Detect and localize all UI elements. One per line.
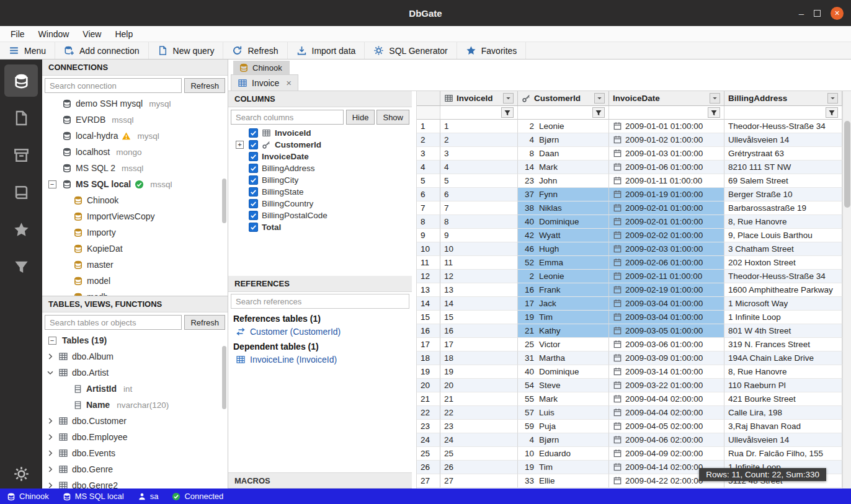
invoice-date-cell[interactable]: 2009-01-03 01:00:00 [609,147,724,161]
statusbar-connection[interactable]: MS SQL local [56,489,131,504]
customer-id-cell[interactable]: 2Leonie [518,270,609,283]
invoice-id-cell[interactable]: 1 [440,120,518,133]
invoice-id-cell[interactable]: 8 [440,215,518,229]
customer-id-cell[interactable]: 54Steve [518,379,609,392]
billing-address-cell[interactable]: 194A Chain Lake Drive [724,351,842,365]
tab-group-chinook[interactable]: Chinook [233,61,290,74]
invoice-id-cell[interactable]: 11 [440,256,518,270]
minimize-icon[interactable]: – [799,8,804,19]
chevron-right-icon[interactable] [46,449,55,458]
reference-link[interactable]: InvoiceLine (InvoiceId) [228,353,412,366]
customer-id-cell[interactable]: 52Emma [518,256,609,270]
column-toggle-item[interactable]: InvoiceId [228,127,412,139]
toolbar-refresh[interactable]: Refresh [223,42,287,59]
checkbox-checked[interactable] [249,164,258,173]
invoice-id-cell[interactable]: 7 [440,201,518,215]
customer-id-cell[interactable]: 17Jack [518,297,609,311]
invoice-id-cell[interactable]: 23 [440,420,518,433]
invoice-date-cell[interactable]: 2009-01-01 01:00:00 [609,120,724,133]
database-item[interactable]: model [42,273,228,289]
customer-id-cell[interactable]: 21Kathy [518,324,609,338]
column-toggle-item[interactable]: Total [228,221,412,233]
hide-button[interactable]: Hide [346,110,375,125]
chevron-right-icon[interactable] [46,465,55,474]
chevron-right-icon[interactable] [46,417,55,425]
customer-id-cell[interactable]: 40Dominique [518,365,609,379]
sidebar-item-files[interactable] [4,102,38,134]
toolbar-new-query[interactable]: New query [149,42,224,59]
row-number-cell[interactable]: 3 [417,147,440,161]
filter-input-invoicedate[interactable] [609,106,724,120]
tab-close-icon[interactable]: × [286,77,292,88]
checkbox-checked[interactable] [249,128,258,138]
columns-search-input[interactable] [231,110,344,125]
row-number-cell[interactable]: 1 [417,120,440,133]
table-item[interactable]: dbo.Customer [42,413,228,429]
invoice-id-cell[interactable]: 4 [440,161,518,174]
customer-id-cell[interactable]: 23John [518,174,609,188]
column-dropdown-icon[interactable] [503,93,514,104]
sidebar-item-connections[interactable] [4,64,38,97]
invoice-date-cell[interactable]: 2009-03-22 01:00:00 [609,379,724,392]
column-dropdown-icon[interactable] [594,93,605,104]
customer-id-cell[interactable]: 4Bjørn [518,433,609,447]
billing-address-cell[interactable]: Ullevålsveien 14 [724,433,842,447]
invoice-date-cell[interactable]: 2009-04-04 02:00:00 [609,392,724,406]
billing-address-cell[interactable]: 1 Microsoft Way [724,297,842,311]
invoice-id-cell[interactable]: 14 [440,297,518,311]
customer-id-cell[interactable]: 31Martha [518,351,609,365]
invoice-date-cell[interactable]: 2009-02-01 01:00:00 [609,215,724,229]
invoice-date-cell[interactable]: 2009-03-04 01:00:00 [609,297,724,311]
billing-address-cell[interactable]: 421 Bourke Street [724,392,842,406]
billing-address-cell[interactable]: 202 Hoxton Street [724,256,842,270]
invoice-id-cell[interactable]: 16 [440,324,518,338]
invoice-date-cell[interactable]: 2009-02-02 01:00:00 [609,229,724,242]
scrollbar-thumb[interactable] [844,121,850,208]
invoice-date-cell[interactable]: 2009-03-05 01:00:00 [609,324,724,338]
column-toggle-item[interactable]: BillingState [228,186,412,198]
customer-id-cell[interactable]: 19Tim [518,461,609,474]
filter-icon[interactable] [501,107,514,118]
billing-address-cell[interactable]: 3,Raj Bhavan Road [724,420,842,433]
row-number-cell[interactable]: 18 [417,351,440,365]
row-number-cell[interactable]: 21 [417,392,440,406]
invoice-date-cell[interactable]: 2009-02-03 01:00:00 [609,242,724,256]
database-item[interactable]: Importy [42,224,228,241]
billing-address-cell[interactable]: 3 Chatham Street [724,242,842,256]
billing-address-cell[interactable]: 8, Rue Hanovre [724,365,842,379]
invoice-date-cell[interactable]: 2009-03-04 01:00:00 [609,311,724,324]
customer-id-cell[interactable]: 42Wyatt [518,229,609,242]
billing-address-cell[interactable]: 9, Place Louis Barthou [724,229,842,242]
customer-id-cell[interactable]: 19Tim [518,311,609,324]
column-dropdown-icon[interactable] [827,93,838,104]
row-number-cell[interactable]: 25 [417,447,440,461]
invoice-id-cell[interactable]: 3 [440,147,518,161]
invoice-id-cell[interactable]: 18 [440,351,518,365]
customer-id-cell[interactable]: 8Daan [518,147,609,161]
invoice-id-cell[interactable]: 25 [440,447,518,461]
chevron-right-icon[interactable] [46,481,55,489]
invoice-date-cell[interactable]: 2009-02-11 01:00:00 [609,270,724,283]
expand-icon[interactable]: + [236,141,244,149]
database-item[interactable]: ImportViewsCopy [42,208,228,224]
column-dropdown-icon[interactable] [710,93,720,104]
row-number-cell[interactable]: 7 [417,201,440,215]
checkbox-checked[interactable] [249,175,258,185]
filter-icon[interactable] [826,107,838,118]
menu-help[interactable]: Help [108,27,140,41]
sidebar-item-history[interactable] [4,176,38,208]
toolbar-sql-generator[interactable]: SQL Generator [365,42,457,59]
toolbar-add-connection[interactable]: Add connection [55,42,149,59]
sidebar-item-favorites[interactable] [4,213,38,245]
chevron-right-icon[interactable] [46,433,55,441]
table-column-item[interactable]: Namenvarchar(120) [42,397,228,413]
invoice-date-cell[interactable]: 2009-01-11 01:00:00 [609,174,724,188]
tables-refresh-button[interactable]: Refresh [184,315,225,330]
invoice-date-cell[interactable]: 2009-02-01 01:00:00 [609,201,724,215]
database-item[interactable]: Chinook [42,192,228,208]
billing-address-cell[interactable]: 1600 Amphitheatre Parkway [724,283,842,297]
table-item[interactable]: dbo.Genre2 [42,477,228,489]
macros-section-title[interactable]: MACROS [228,472,412,489]
row-number-cell[interactable]: 5 [417,174,440,188]
toolbar-favorites[interactable]: Favorites [457,42,527,59]
